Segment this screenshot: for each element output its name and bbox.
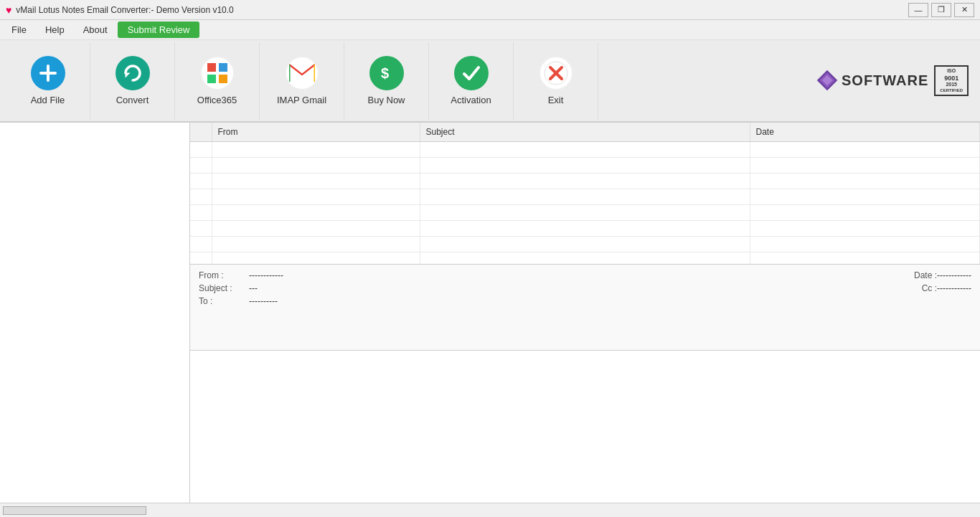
close-button[interactable]: ✕ bbox=[954, 3, 974, 17]
svg-rect-5 bbox=[219, 75, 227, 83]
table-row[interactable] bbox=[190, 252, 980, 265]
date-value: ------------ bbox=[937, 270, 971, 280]
activation-button[interactable]: Activation bbox=[429, 42, 514, 120]
convert-label: Convert bbox=[116, 95, 149, 105]
svg-rect-3 bbox=[219, 63, 227, 72]
maximize-button[interactable]: ❐ bbox=[931, 3, 951, 17]
to-label: To : bbox=[199, 296, 249, 306]
imap-gmail-button[interactable]: IMAP Gmail bbox=[260, 42, 344, 120]
table-row[interactable] bbox=[190, 174, 980, 189]
subject-value: --- bbox=[249, 283, 258, 293]
date-label: Date : bbox=[887, 270, 937, 280]
imap-gmail-icon bbox=[285, 56, 319, 90]
menu-bar: File Help About Submit Review bbox=[0, 20, 980, 40]
svg-rect-6 bbox=[289, 63, 315, 83]
table-row[interactable] bbox=[190, 142, 980, 158]
exit-icon bbox=[539, 56, 573, 90]
software-logo: SOFTWARE bbox=[816, 69, 928, 92]
svg-rect-4 bbox=[207, 75, 216, 83]
table-row[interactable] bbox=[190, 237, 980, 252]
from-label: From : bbox=[199, 270, 249, 280]
table-row[interactable] bbox=[190, 158, 980, 174]
title-bar-controls: — ❐ ✕ bbox=[908, 3, 974, 17]
buy-now-button[interactable]: $ Buy Now bbox=[344, 42, 429, 120]
status-bar bbox=[0, 503, 980, 517]
preview-cc-row: Cc : ------------ bbox=[887, 283, 971, 293]
right-panel: From Subject Date bbox=[190, 123, 980, 503]
imap-gmail-label: IMAP Gmail bbox=[277, 95, 326, 105]
toolbar-group: Add File Convert Office365 bbox=[6, 42, 816, 120]
col-header-date: Date bbox=[750, 123, 980, 142]
menu-about[interactable]: About bbox=[75, 22, 116, 38]
add-file-label: Add File bbox=[31, 95, 65, 105]
preview-top: From : ------------ Subject : --- To : -… bbox=[199, 270, 971, 309]
exit-label: Exit bbox=[548, 95, 564, 105]
cc-value: ------------ bbox=[937, 283, 971, 293]
col-header-checkbox bbox=[190, 123, 212, 142]
email-preview: From : ------------ Subject : --- To : -… bbox=[190, 265, 980, 351]
app-title: vMail Lotus Notes Email Converter:- Demo… bbox=[16, 5, 233, 15]
menu-file[interactable]: File bbox=[3, 22, 35, 38]
preview-date-row: Date : ------------ bbox=[887, 270, 971, 280]
buy-now-icon: $ bbox=[369, 56, 404, 90]
col-header-from: From bbox=[212, 123, 420, 142]
activation-icon bbox=[454, 56, 489, 90]
from-value: ------------ bbox=[249, 270, 283, 280]
app-icon: ♥ bbox=[6, 4, 11, 16]
add-file-icon bbox=[31, 56, 65, 90]
email-table: From Subject Date bbox=[190, 123, 980, 265]
main-area: From Subject Date bbox=[0, 123, 980, 503]
preview-right-col: Date : ------------ Cc : ------------ bbox=[887, 270, 971, 309]
to-value: ---------- bbox=[249, 296, 278, 306]
iso-badge: ISO 9001 2015 CERTIFIED bbox=[934, 65, 969, 96]
convert-icon bbox=[116, 56, 150, 90]
office365-label: Office365 bbox=[197, 95, 237, 105]
email-body bbox=[190, 351, 980, 503]
minimize-button[interactable]: — bbox=[908, 3, 928, 17]
col-header-subject: Subject bbox=[420, 123, 750, 142]
title-bar-left: ♥ vMail Lotus Notes Email Converter:- De… bbox=[6, 4, 234, 16]
title-bar: ♥ vMail Lotus Notes Email Converter:- De… bbox=[0, 0, 980, 20]
svg-text:$: $ bbox=[381, 65, 389, 81]
logo-diamond-icon bbox=[816, 69, 839, 92]
office365-button[interactable]: Office365 bbox=[175, 42, 260, 120]
preview-left: From : ------------ Subject : --- To : -… bbox=[199, 270, 887, 309]
software-text: SOFTWARE bbox=[842, 72, 928, 89]
convert-button[interactable]: Convert bbox=[90, 42, 175, 120]
status-progress-bar bbox=[3, 506, 146, 515]
preview-from-row: From : ------------ bbox=[199, 270, 887, 280]
buy-now-label: Buy Now bbox=[367, 95, 405, 105]
table-row[interactable] bbox=[190, 205, 980, 221]
cc-label: Cc : bbox=[887, 283, 937, 293]
toolbar: Add File Convert Office365 bbox=[0, 40, 980, 123]
subject-label: Subject : bbox=[199, 283, 249, 293]
table-row[interactable] bbox=[190, 221, 980, 237]
activation-label: Activation bbox=[451, 95, 491, 105]
preview-subject-row: Subject : --- bbox=[199, 283, 887, 293]
add-file-button[interactable]: Add File bbox=[6, 42, 90, 120]
logo-area: SOFTWARE ISO 9001 2015 CERTIFIED bbox=[816, 65, 974, 96]
preview-to-row: To : ---------- bbox=[199, 296, 887, 306]
exit-button[interactable]: Exit bbox=[514, 42, 598, 120]
svg-rect-2 bbox=[207, 63, 216, 72]
left-panel bbox=[0, 123, 190, 503]
office365-icon bbox=[200, 56, 235, 90]
table-row[interactable] bbox=[190, 189, 980, 205]
menu-help[interactable]: Help bbox=[37, 22, 73, 38]
submit-review-button[interactable]: Submit Review bbox=[118, 22, 200, 38]
